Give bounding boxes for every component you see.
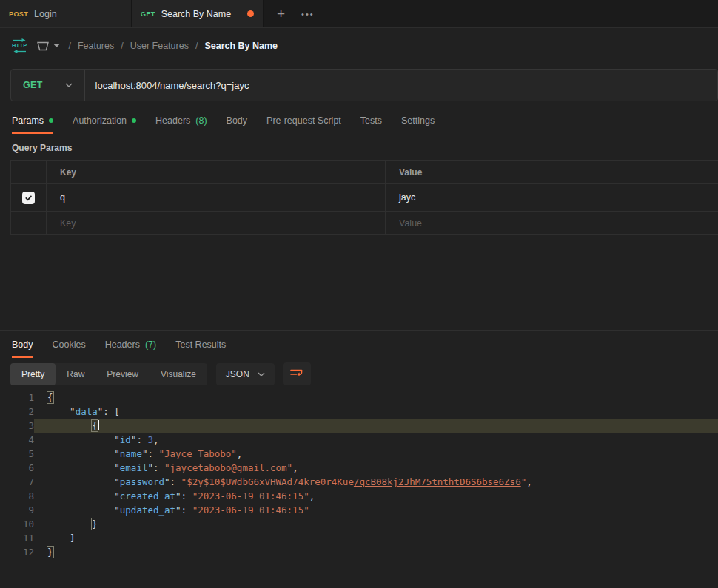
line-number: 12 [0, 545, 34, 559]
response-tab-test-results[interactable]: Test Results [175, 331, 226, 358]
method-selector[interactable]: GET [11, 70, 84, 101]
breadcrumb-item-search-by-name[interactable]: Search By Name [204, 41, 278, 51]
code-token: " [114, 476, 120, 487]
tab-title: Search By Name [161, 9, 241, 19]
collection-icon[interactable] [36, 41, 60, 52]
more-options-icon[interactable]: ••• [301, 10, 315, 18]
request-tab-params[interactable]: Params [12, 107, 53, 134]
code-token: "Jayce Tabobo" [159, 448, 237, 459]
code-line: 4"id": 3, [0, 433, 718, 447]
code-line: 1{ [0, 391, 718, 405]
key-column-header: Key [47, 161, 386, 183]
line-number: 6 [0, 461, 34, 475]
param-checkbox[interactable] [22, 192, 35, 204]
table-row: q jayc [11, 184, 718, 212]
text-cursor [98, 420, 100, 430]
request-tab-tests[interactable]: Tests [360, 107, 382, 134]
line-number: 10 [0, 517, 34, 531]
code-token: ": [147, 462, 164, 473]
code-line: 12} [0, 545, 718, 559]
check-icon [24, 194, 33, 202]
line-number: 3 [0, 419, 34, 433]
request-tab-pre-request-script[interactable]: Pre-request Script [266, 107, 341, 134]
count-badge: (7) [145, 339, 156, 350]
response-tab-headers[interactable]: Headers(7) [105, 331, 157, 358]
request-tab-body[interactable]: Body [227, 107, 248, 134]
new-param-value-field[interactable]: Value [386, 212, 718, 234]
param-key-field[interactable]: q [47, 184, 386, 211]
code-token: ": [ [98, 406, 120, 417]
window-tab-search-by-name[interactable]: GETSearch By Name [132, 0, 264, 27]
response-body-editor[interactable]: 1{2"data": [3{4"id": 3,5"name": "Jayce T… [0, 391, 718, 559]
table-header-row: Key Value [11, 161, 718, 184]
view-mode-visualize[interactable]: Visualize [150, 363, 207, 385]
request-tab-settings[interactable]: Settings [401, 107, 435, 134]
http-protocol-icon: HTTP [12, 38, 27, 53]
code-token: " [70, 406, 76, 417]
tab-label: Authorization [73, 115, 127, 126]
code-token: , [309, 490, 315, 501]
code-token: " [114, 434, 120, 445]
tab-title: Login [34, 9, 122, 19]
query-params-title: Query Params [0, 134, 718, 160]
view-mode-preview[interactable]: Preview [95, 363, 150, 385]
code-line: 8"created_at": "2023-06-19 01:46:15", [0, 489, 718, 503]
code-line: 10} [0, 517, 718, 531]
code-token: ": [175, 490, 192, 501]
param-value-field[interactable]: jayc [386, 184, 718, 211]
code-token: name [120, 448, 142, 459]
code-line-content: "id": 3, [34, 433, 718, 447]
breadcrumb-item-features[interactable]: Features [78, 41, 114, 51]
code-token: password [120, 476, 164, 487]
code-token: "2023-06-19 01:46:15" [192, 504, 309, 516]
response-view-bar: PrettyRawPreviewVisualize JSON [10, 362, 718, 385]
code-token: { [92, 420, 98, 431]
code-token: ": [175, 504, 192, 516]
request-tab-authorization[interactable]: Authorization [73, 107, 136, 134]
tab-label: Headers [105, 339, 140, 350]
view-mode-raw[interactable]: Raw [56, 363, 95, 385]
code-token: "$2y$10$UWdbG6xVHWAd74kre0r4Kue [181, 476, 354, 487]
view-mode-pretty[interactable]: Pretty [10, 363, 56, 385]
request-section-tabs: ParamsAuthorizationHeaders(8)BodyPre-req… [0, 107, 718, 134]
breadcrumb-separator: / [195, 41, 198, 51]
tab-label: Test Results [175, 339, 226, 350]
modified-dot-icon [49, 118, 53, 123]
code-token: ": [164, 476, 181, 487]
method-badge: GET [141, 10, 155, 18]
new-param-key-field[interactable]: Key [47, 212, 386, 234]
code-token: "jaycetabobo@gmail.com" [164, 462, 292, 473]
checkbox-column-header [11, 161, 47, 183]
code-line: 3{ [0, 419, 718, 433]
table-row-placeholder: Key Value [11, 212, 718, 235]
line-number: 2 [0, 405, 34, 419]
code-token: ] [70, 533, 76, 544]
breadcrumb: /Features/User Features/Search By Name [68, 41, 278, 51]
wrap-lines-button[interactable] [283, 362, 311, 385]
chevron-down-icon [258, 372, 265, 376]
response-tab-body[interactable]: Body [12, 331, 33, 358]
response-tab-cookies[interactable]: Cookies [53, 331, 86, 358]
code-token: } [47, 547, 53, 558]
response-section-tabs: BodyCookiesHeaders(7)Test Results [0, 331, 718, 358]
modified-dot-icon [132, 118, 136, 123]
code-line: 9"updated_at": "2023-06-19 01:46:15" [0, 503, 718, 517]
tab-actions: + ••• [264, 0, 328, 27]
language-selector[interactable]: JSON [216, 363, 275, 385]
line-number: 7 [0, 475, 34, 489]
url-input[interactable]: localhost:8004/name/search?q=jayc [85, 80, 717, 91]
code-token: id [120, 434, 131, 445]
new-tab-icon[interactable]: + [277, 7, 285, 21]
breadcrumb-row: HTTP /Features/User Features/Search By N… [0, 28, 718, 64]
method-label: GET [23, 80, 43, 90]
value-column-header: Value [386, 161, 718, 183]
breadcrumb-item-user-features[interactable]: User Features [130, 41, 189, 51]
code-line: 6"email": "jaycetabobo@gmail.com", [0, 461, 718, 475]
tab-label: Cookies [53, 339, 86, 350]
code-line: 5"name": "Jayce Tabobo", [0, 447, 718, 461]
code-token: " [114, 504, 120, 516]
code-token: data [76, 406, 98, 417]
window-tab-login[interactable]: POSTLogin [0, 0, 132, 27]
request-tab-headers[interactable]: Headers(8) [155, 107, 207, 134]
tab-label: Tests [360, 115, 382, 126]
